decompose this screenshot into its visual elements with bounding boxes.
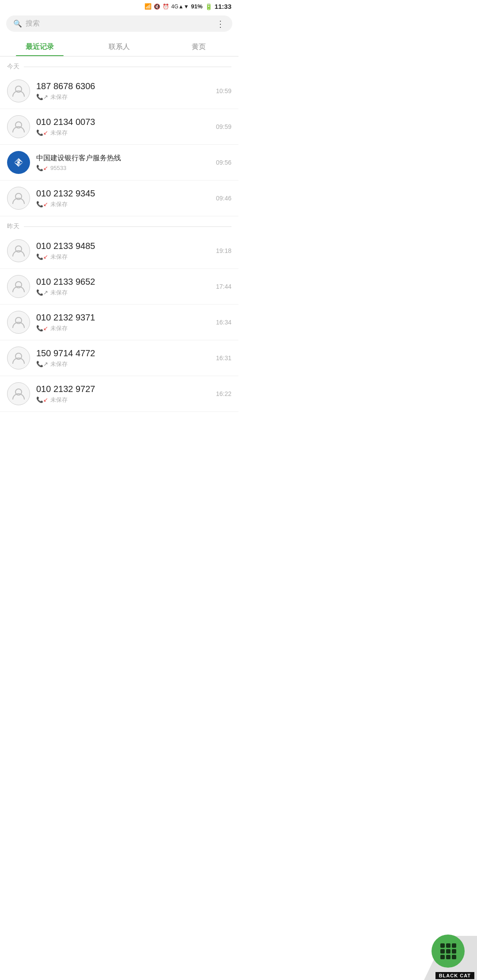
call-item[interactable]: 010 2133 9485 📞↙ 未保存 19:18 (0, 233, 238, 269)
call-time: 16:34 (216, 319, 231, 326)
call-number: 010 2133 9652 (36, 277, 216, 287)
call-info: 010 2134 0073 📞↙ 未保存 (36, 117, 216, 137)
avatar (7, 382, 30, 405)
call-item[interactable]: 010 2134 0073 📞↙ 未保存 09:59 (0, 109, 238, 145)
signal-icon: 4G▲▼ (171, 4, 189, 10)
search-bar-container: 🔍 搜索 ⋮ (0, 12, 238, 35)
status-icons: 📶 🔇 ⏰ 4G▲▼ 91% 🔋 11:33 (144, 3, 231, 10)
tab-contacts[interactable]: 联系人 (80, 37, 159, 56)
call-item[interactable]: 150 9714 4772 📞↗ 未保存 16:31 (0, 340, 238, 376)
avatar (7, 311, 30, 334)
section-divider (24, 67, 231, 67)
call-number: 187 8678 6306 (36, 81, 216, 91)
tab-recent[interactable]: 最近记录 (0, 37, 80, 56)
call-item[interactable]: 010 2133 9652 📞↗ 未保存 17:44 (0, 269, 238, 305)
call-sub-text: 未保存 (50, 129, 68, 137)
yesterday-calls-list: 010 2133 9485 📞↙ 未保存 19:18 010 2133 9652… (0, 233, 238, 412)
call-item[interactable]: 010 2132 9727 📞↙ 未保存 16:22 (0, 376, 238, 412)
call-sub-text: 未保存 (50, 93, 68, 101)
call-sub: 📞↙ 未保存 (36, 200, 216, 208)
bluetooth-icon: 📶 (144, 3, 151, 10)
missed-call-icon: 📞↙ (36, 253, 48, 260)
call-info: 中国建设银行客户服务热线 📞↙ 95533 (36, 154, 216, 171)
outgoing-call-icon: 📞↗ (36, 361, 48, 367)
call-info: 187 8678 6306 📞↗ 未保存 (36, 81, 216, 101)
call-info: 010 2132 9345 📞↙ 未保存 (36, 188, 216, 208)
section-yesterday-header: 昨天 (0, 216, 238, 233)
call-sub: 📞↗ 未保存 (36, 360, 216, 368)
call-info: 010 2133 9485 📞↙ 未保存 (36, 241, 216, 261)
tab-yellowpages[interactable]: 黄页 (159, 37, 238, 56)
alarm-icon: ⏰ (163, 4, 169, 10)
call-sub: 📞↙ 95533 (36, 165, 216, 171)
call-number: 010 2134 0073 (36, 117, 216, 127)
avatar (7, 275, 30, 298)
call-number: 010 2132 9345 (36, 188, 216, 199)
call-sub: 📞↙ 未保存 (36, 253, 216, 261)
call-time: 09:46 (216, 195, 231, 202)
call-number: 010 2133 9485 (36, 241, 216, 251)
svg-point-3 (17, 161, 20, 164)
call-item[interactable]: 中国建设银行客户服务热线 📞↙ 95533 09:56 (0, 145, 238, 181)
call-sub: 📞↙ 未保存 (36, 324, 216, 332)
missed-call-icon: 📞↙ (36, 201, 48, 207)
call-item[interactable]: 010 2132 9371 📞↙ 未保存 16:34 (0, 305, 238, 340)
call-sub: 📞↙ 未保存 (36, 129, 216, 137)
call-time: 09:59 (216, 123, 231, 130)
avatar (7, 115, 30, 138)
call-sub: 📞↙ 未保存 (36, 396, 216, 404)
call-info: 150 9714 4772 📞↗ 未保存 (36, 348, 216, 368)
mute-icon: 🔇 (154, 4, 160, 10)
call-sub-text: 未保存 (50, 200, 68, 208)
call-sub-text: 未保存 (50, 360, 68, 368)
status-bar: 📶 🔇 ⏰ 4G▲▼ 91% 🔋 11:33 (0, 0, 238, 12)
call-sub-text: 未保存 (50, 324, 68, 332)
battery-icon: 🔋 (205, 3, 212, 10)
call-info: 010 2133 9652 📞↗ 未保存 (36, 277, 216, 297)
more-options-icon[interactable]: ⋮ (216, 19, 225, 29)
call-number: 150 9714 4772 (36, 348, 216, 358)
avatar (7, 347, 30, 369)
call-time: 09:56 (216, 159, 231, 166)
call-info: 010 2132 9727 📞↙ 未保存 (36, 384, 216, 404)
call-number: 010 2132 9371 (36, 313, 216, 323)
section-divider (24, 226, 231, 227)
missed-call-icon: 📞↙ (36, 165, 48, 171)
call-sub: 📞↗ 未保存 (36, 93, 216, 101)
call-time: 16:31 (216, 354, 231, 362)
outgoing-call-icon: 📞↗ (36, 94, 48, 100)
tabs-row: 最近记录 联系人 黄页 (0, 37, 238, 57)
missed-call-icon: 📞↙ (36, 325, 48, 332)
call-sub: 📞↗ 未保存 (36, 289, 216, 297)
call-sub-text: 未保存 (50, 253, 68, 261)
missed-call-icon: 📞↙ (36, 129, 48, 136)
call-time: 16:22 (216, 390, 231, 397)
section-today-header: 今天 (0, 57, 238, 73)
call-number: 010 2132 9727 (36, 384, 216, 394)
call-number: 中国建设银行客户服务热线 (36, 154, 216, 163)
call-sub-text: 95533 (50, 165, 66, 171)
section-yesterday-label: 昨天 (7, 222, 19, 230)
today-calls-list: 187 8678 6306 📞↗ 未保存 10:59 010 2134 0073… (0, 73, 238, 216)
avatar (7, 79, 30, 102)
avatar (7, 187, 30, 210)
call-time: 19:18 (216, 247, 231, 254)
call-sub-text: 未保存 (50, 289, 68, 297)
outgoing-call-icon: 📞↗ (36, 289, 48, 296)
call-time: 10:59 (216, 87, 231, 94)
search-bar[interactable]: 🔍 搜索 ⋮ (6, 15, 232, 32)
call-sub-text: 未保存 (50, 396, 68, 404)
call-time: 17:44 (216, 283, 231, 290)
search-placeholder[interactable]: 搜索 (26, 19, 225, 28)
search-icon: 🔍 (13, 19, 22, 28)
time-display: 11:33 (215, 3, 231, 10)
avatar (7, 239, 30, 262)
avatar-bank (7, 151, 30, 174)
call-item[interactable]: 010 2132 9345 📞↙ 未保存 09:46 (0, 181, 238, 216)
missed-call-icon: 📞↙ (36, 396, 48, 403)
battery-text: 91% (191, 3, 203, 10)
call-item[interactable]: 187 8678 6306 📞↗ 未保存 10:59 (0, 73, 238, 109)
call-info: 010 2132 9371 📞↙ 未保存 (36, 313, 216, 332)
section-today-label: 今天 (7, 63, 19, 71)
